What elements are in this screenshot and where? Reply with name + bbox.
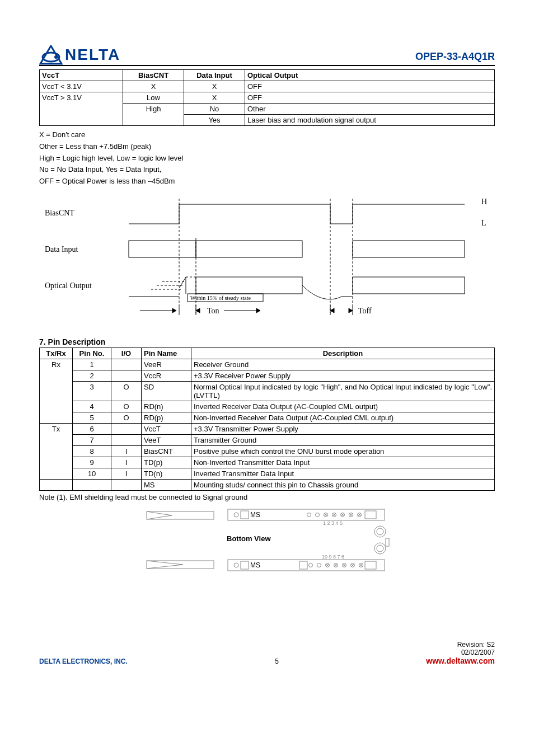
svg-rect-6	[196, 277, 302, 294]
cell: 2	[73, 370, 111, 381]
cell: Receiver Ground	[191, 359, 495, 370]
cell: VeeT	[142, 434, 191, 445]
notes-block: X = Don't care Other = Less than +7.5dBm…	[39, 129, 495, 187]
svg-text:MS: MS	[250, 511, 260, 519]
cell: No	[184, 104, 245, 115]
cell: Normal Optical Input indicated by logic …	[191, 381, 495, 401]
cell: Inverted Transmitter Data Input	[191, 468, 495, 479]
svg-point-31	[316, 513, 320, 516]
cell	[111, 359, 142, 370]
cell: Transmitter Ground	[191, 434, 495, 445]
svg-rect-4	[196, 241, 302, 257]
cell: TD(p)	[142, 457, 191, 468]
cell: VccT < 3.1V	[40, 81, 123, 92]
note-1: Note (1). EMI shielding lead must be con…	[39, 493, 495, 501]
svg-text:10 9 8 7 6: 10 9 8 7 6	[322, 554, 344, 560]
cell: 4	[73, 401, 111, 412]
logo: NELTA	[39, 45, 120, 65]
page-footer: DELTA ELECTRONICS, INC. 5 Revision: S2 0…	[39, 641, 495, 665]
svg-rect-47	[365, 511, 376, 519]
note-line: OFF = Optical Power is less than –45dBm	[39, 176, 495, 187]
footer-date: 02/02/2007	[426, 649, 495, 656]
pin-description-table: Tx/Rx Pin No. I/O Pin Name Description R…	[39, 348, 495, 491]
svg-point-56	[234, 563, 238, 567]
cell: O	[111, 401, 142, 412]
cell: 9	[73, 457, 111, 468]
label-steady: Within 15% of steady state	[190, 295, 251, 301]
cell: X	[123, 81, 184, 92]
svg-rect-77	[365, 561, 376, 569]
svg-rect-5	[353, 241, 465, 257]
cell	[40, 479, 73, 490]
cell: VccT	[142, 423, 191, 434]
cell: I	[111, 457, 142, 468]
col-pinname: Pin Name	[142, 348, 191, 359]
col-desc: Description	[191, 348, 495, 359]
cell: Positive pulse which control the ONU bur…	[191, 445, 495, 457]
cell: VeeR	[142, 359, 191, 370]
part-number: OPEP-33-A4Q1R	[415, 51, 495, 65]
logo-text: NELTA	[65, 46, 120, 64]
cell: RD(n)	[142, 401, 191, 412]
cell	[111, 479, 142, 490]
svg-marker-20	[256, 308, 260, 313]
cell: Non-Inverted Transmitter Data Input	[191, 457, 495, 468]
cell: 5	[73, 412, 111, 423]
svg-rect-28	[241, 511, 249, 519]
cell: Tx	[40, 423, 73, 479]
col-biascnt: BiasCNT	[123, 70, 184, 81]
col-pinno: Pin No.	[73, 348, 111, 359]
cell: O	[111, 412, 142, 423]
cell: SD	[142, 381, 191, 401]
footer-www: www.deltaww.com	[426, 656, 495, 665]
cell: I	[111, 468, 142, 479]
svg-point-51	[374, 543, 386, 554]
cell	[111, 370, 142, 381]
cell: +3.3V Receiver Power Supply	[191, 370, 495, 381]
svg-point-2	[54, 55, 58, 59]
label-toff: Toff	[358, 307, 372, 315]
cell: X	[184, 92, 245, 104]
section-7-title: 7. Pin Description	[39, 337, 495, 346]
label-l: L	[481, 219, 486, 227]
cell: Laser bias and modulation signal output	[245, 115, 495, 126]
svg-marker-23	[330, 308, 334, 313]
cell: 10	[73, 468, 111, 479]
label-bottomview: Bottom View	[227, 534, 271, 543]
svg-point-49	[374, 526, 386, 537]
cell: X	[184, 81, 245, 92]
cell	[111, 423, 142, 434]
cell: 3	[73, 381, 111, 401]
cell: High	[123, 104, 184, 126]
svg-marker-18	[196, 308, 200, 313]
note-line: High = Logic high level, Low = logic low…	[39, 153, 495, 165]
logo-icon	[39, 45, 63, 65]
cell: Yes	[184, 115, 245, 126]
label-biascnt: BiasCNT	[45, 209, 74, 217]
note-line: X = Don't care	[39, 129, 495, 141]
svg-rect-53	[386, 538, 389, 546]
cell: Non-Inverted Receiver Data Output (AC-Co…	[191, 412, 495, 423]
svg-marker-24	[349, 308, 353, 313]
svg-rect-3	[129, 241, 196, 257]
cell: O	[111, 381, 142, 401]
note-line: No = No Data Input, Yes = Data Input,	[39, 164, 495, 176]
truth-table: VccT BiasCNT Data Input Optical Output V…	[39, 69, 495, 126]
svg-text:1  2  3  4  5: 1 2 3 4 5	[323, 520, 343, 526]
cell: +3.3V Transmitter Power Supply	[191, 423, 495, 434]
label-ton: Ton	[207, 307, 219, 315]
timing-diagram: .lbl { font-family: serif; font-size: 14…	[39, 193, 495, 326]
cell	[73, 479, 111, 490]
cell: VccT > 3.1V	[40, 92, 123, 126]
cell: 1	[73, 359, 111, 370]
col-txrx: Tx/Rx	[40, 348, 73, 359]
svg-text:MS: MS	[250, 561, 260, 569]
svg-point-61	[317, 563, 321, 567]
cell: Other	[245, 104, 495, 115]
col-datainput: Data Input	[184, 70, 245, 81]
svg-point-30	[307, 513, 311, 516]
svg-point-60	[309, 563, 313, 567]
col-optout: Optical Output	[245, 70, 495, 81]
cell: Mounting studs/ connect this pin to Chas…	[191, 479, 495, 490]
cell: Inverted Receiver Data Output (AC-Couple…	[191, 401, 495, 412]
